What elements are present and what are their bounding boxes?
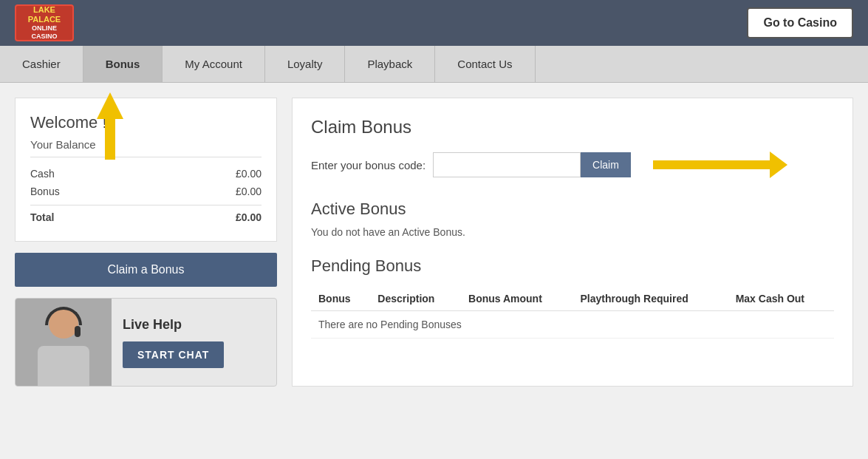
no-pending-text: There are no Pending Bonuses (311, 311, 834, 339)
main-content: Welcome ! Your Balance Cash £0.00 Bonus … (0, 83, 868, 401)
claim-bonus-button[interactable]: Claim a Bonus (15, 253, 277, 287)
bonus-code-label: Enter your bonus code: (311, 159, 426, 171)
go-casino-button[interactable]: Go to Casino (747, 7, 853, 38)
nav-item-playback[interactable]: Playback (345, 46, 435, 82)
col-bonus: Bonus (311, 287, 370, 311)
live-help-image (16, 298, 112, 387)
pending-table-body: There are no Pending Bonuses (311, 311, 834, 339)
total-label: Total (30, 211, 54, 223)
welcome-suffix: ! (102, 113, 106, 132)
bonus-code-input[interactable] (433, 152, 581, 177)
no-active-bonus-text: You do not have an Active Bonus. (311, 226, 834, 238)
right-panel: Claim Bonus Enter your bonus code: Claim… (292, 98, 853, 387)
bonus-label: Bonus (30, 186, 60, 197)
left-panel: Welcome ! Your Balance Cash £0.00 Bonus … (15, 98, 277, 387)
bonus-row: Bonus £0.00 (30, 183, 262, 200)
logo-box: LAKE PALACE ONLINE CASINO (15, 4, 74, 41)
logo-sub1: ONLINE (32, 24, 57, 33)
cash-row: Cash £0.00 (30, 165, 262, 183)
nav-item-contact-us[interactable]: Contact Us (435, 46, 535, 82)
bonus-code-row: Enter your bonus code: Claim (311, 152, 834, 177)
nav-item-loyalty[interactable]: Loyalty (265, 46, 346, 82)
right-arrow-annotation (653, 160, 771, 169)
welcome-title: Welcome ! (30, 113, 262, 132)
logo: LAKE PALACE ONLINE CASINO (15, 4, 74, 41)
welcome-prefix: Welcome (30, 113, 102, 132)
cash-value: £0.00 (236, 168, 262, 180)
claim-code-button[interactable]: Claim (581, 152, 631, 177)
bonus-value: £0.00 (236, 186, 262, 197)
live-help-content: Live Help START CHAT (112, 310, 276, 375)
pending-bonus-title: Pending Bonus (311, 256, 834, 276)
col-playthrough: Playthrough Required (573, 287, 728, 311)
pending-table: Bonus Description Bonus Amount Playthrou… (311, 287, 834, 339)
no-pending-row: There are no Pending Bonuses (311, 311, 834, 339)
balance-label: Your Balance (30, 138, 262, 157)
person-body (38, 346, 89, 387)
pending-table-head: Bonus Description Bonus Amount Playthrou… (311, 287, 834, 311)
pending-bonus-section: Pending Bonus Bonus Description Bonus Am… (311, 256, 834, 339)
nav-item-cashier[interactable]: Cashier (0, 46, 83, 82)
claim-bonus-section: Claim Bonus Enter your bonus code: Claim (311, 117, 834, 177)
bonus-code-input-group: Claim (433, 152, 631, 177)
total-row: Total £0.00 (30, 205, 262, 226)
col-max-cashout: Max Cash Out (728, 287, 834, 311)
active-bonus-section: Active Bonus You do not have an Active B… (311, 200, 834, 238)
total-value: £0.00 (236, 211, 262, 223)
nav-item-bonus[interactable]: Bonus (83, 46, 163, 82)
col-bonus-amount: Bonus Amount (461, 287, 573, 311)
nav-bar: Cashier Bonus My Account Loyalty Playbac… (0, 46, 868, 83)
logo-sub2: CASINO (31, 33, 57, 41)
headset (45, 307, 82, 325)
table-header-row: Bonus Description Bonus Amount Playthrou… (311, 287, 834, 311)
welcome-box: Welcome ! Your Balance Cash £0.00 Bonus … (15, 98, 277, 242)
headset-mic (75, 326, 81, 337)
col-description: Description (370, 287, 461, 311)
live-help-title: Live Help (123, 317, 265, 333)
claim-bonus-title: Claim Bonus (311, 117, 834, 137)
cash-label: Cash (30, 168, 55, 180)
active-bonus-title: Active Bonus (311, 200, 834, 219)
live-help-box: Live Help START CHAT (15, 298, 277, 387)
nav-item-my-account[interactable]: My Account (163, 46, 265, 82)
start-chat-button[interactable]: START CHAT (123, 341, 224, 368)
arrow-body (653, 160, 771, 169)
arrow-head (770, 152, 787, 178)
logo-name: LAKE PALACE (16, 5, 72, 24)
header: LAKE PALACE ONLINE CASINO Go to Casino (0, 0, 868, 46)
